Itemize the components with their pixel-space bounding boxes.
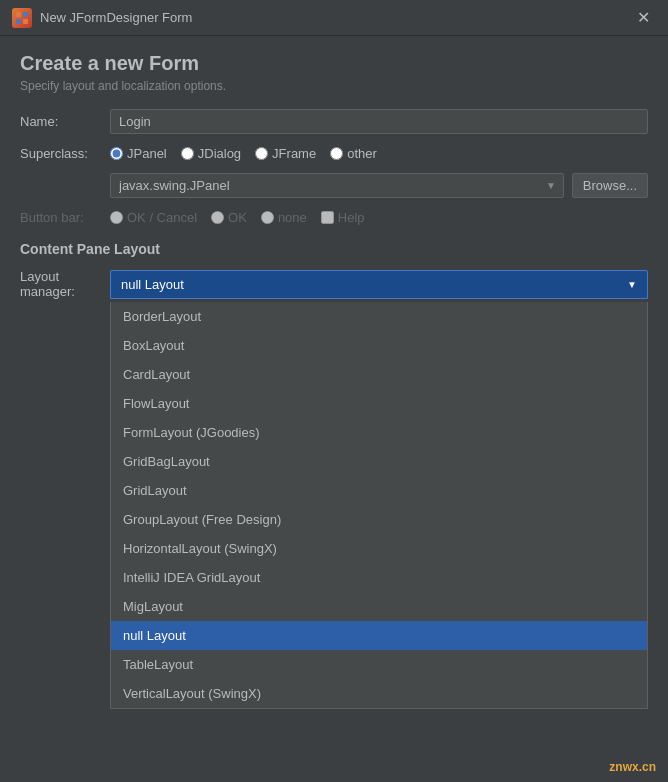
superclass-label: Superclass: — [20, 146, 110, 161]
title-bar-left: New JFormDesigner Form — [12, 8, 192, 28]
layout-option-tablelayout[interactable]: TableLayout — [111, 650, 647, 679]
dialog-content: Create a new Form Specify layout and loc… — [0, 36, 668, 315]
chevron-down-icon: ▼ — [627, 279, 637, 290]
layout-option-gridlayout[interactable]: GridLayout — [111, 476, 647, 505]
svg-rect-3 — [23, 19, 28, 24]
radio-none: none — [261, 210, 307, 225]
superclass-select[interactable]: javax.swing.JPanel — [110, 173, 564, 198]
radio-other[interactable]: other — [330, 146, 377, 161]
button-bar-row: Button bar: OK / Cancel OK none Help — [20, 210, 648, 225]
layout-option-gridbaglayout[interactable]: GridBagLayout — [111, 447, 647, 476]
radio-jpanel-label: JPanel — [127, 146, 167, 161]
dialog-subtitle: Specify layout and localization options. — [20, 79, 648, 93]
radio-jdialog[interactable]: JDialog — [181, 146, 241, 161]
layout-option-flowlayout[interactable]: FlowLayout — [111, 389, 647, 418]
window-title: New JFormDesigner Form — [40, 10, 192, 25]
layout-option-borderlayout[interactable]: BorderLayout — [111, 302, 647, 331]
radio-ok-cancel-label: OK / Cancel — [127, 210, 197, 225]
radio-other-label: other — [347, 146, 377, 161]
layout-option-grouplayout[interactable]: GroupLayout (Free Design) — [111, 505, 647, 534]
radio-ok-cancel: OK / Cancel — [110, 210, 197, 225]
app-icon — [12, 8, 32, 28]
layout-option-miglayout[interactable]: MigLayout — [111, 592, 647, 621]
layout-option-formlayout[interactable]: FormLayout (JGoodies) — [111, 418, 647, 447]
superclass-row: Superclass: JPanel JDialog JFrame other — [20, 146, 648, 161]
radio-jdialog-label: JDialog — [198, 146, 241, 161]
name-input[interactable] — [110, 109, 648, 134]
layout-manager-row: Layout manager: null Layout ▼ BorderLayo… — [20, 269, 648, 299]
radio-jframe-label: JFrame — [272, 146, 316, 161]
watermark: znwx.cn — [609, 760, 656, 774]
dialog-title: Create a new Form — [20, 52, 648, 75]
button-bar-radio-group: OK / Cancel OK none Help — [110, 210, 365, 225]
radio-ok: OK — [211, 210, 247, 225]
radio-ok-label: OK — [228, 210, 247, 225]
superclass-select-row: javax.swing.JPanel Browse... — [110, 173, 648, 198]
layout-option-null-layout[interactable]: null Layout — [111, 621, 647, 650]
svg-rect-0 — [16, 12, 21, 17]
layout-option-horizontallayout[interactable]: HorizontalLayout (SwingX) — [111, 534, 647, 563]
title-bar: New JFormDesigner Form ✕ — [0, 0, 668, 36]
superclass-radio-group: JPanel JDialog JFrame other — [110, 146, 377, 161]
layout-manager-label: Layout manager: — [20, 269, 110, 299]
content-pane-section-title: Content Pane Layout — [20, 241, 648, 257]
radio-jpanel[interactable]: JPanel — [110, 146, 167, 161]
superclass-select-wrapper: javax.swing.JPanel — [110, 173, 564, 198]
checkbox-help: Help — [321, 210, 365, 225]
button-bar-label: Button bar: — [20, 210, 110, 225]
layout-select-value: null Layout — [121, 277, 184, 292]
svg-rect-2 — [16, 19, 21, 24]
name-row: Name: — [20, 109, 648, 134]
layout-option-intellij-gridlayout[interactable]: IntelliJ IDEA GridLayout — [111, 563, 647, 592]
radio-none-label: none — [278, 210, 307, 225]
layout-option-cardlayout[interactable]: CardLayout — [111, 360, 647, 389]
layout-option-verticallayout[interactable]: VerticalLayout (SwingX) — [111, 679, 647, 708]
browse-button[interactable]: Browse... — [572, 173, 648, 198]
layout-select-button[interactable]: null Layout ▼ — [110, 270, 648, 299]
close-button[interactable]: ✕ — [631, 6, 656, 29]
checkbox-help-label: Help — [338, 210, 365, 225]
layout-dropdown: BorderLayout BoxLayout CardLayout FlowLa… — [110, 302, 648, 709]
svg-rect-1 — [23, 12, 28, 17]
layout-option-boxlayout[interactable]: BoxLayout — [111, 331, 647, 360]
radio-jframe[interactable]: JFrame — [255, 146, 316, 161]
name-label: Name: — [20, 114, 110, 129]
